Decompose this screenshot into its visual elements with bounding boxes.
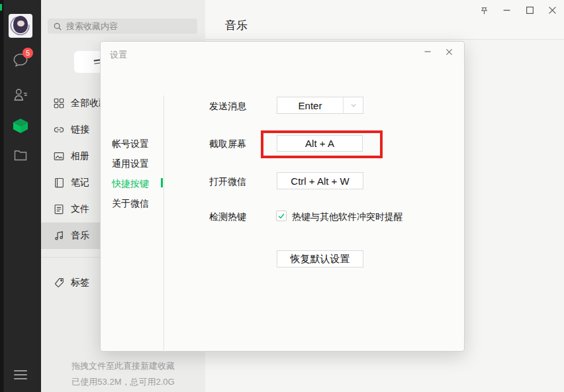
wechat-window: 5 [0,0,564,392]
contacts-icon [11,86,30,103]
send-message-select[interactable]: Enter [277,97,363,114]
settings-dialog: 设置 帐号设置 通用设置 快捷按键 关于微信 发送消息 Enter [100,41,465,352]
minimize-icon [502,6,511,15]
grid-icon [53,97,65,109]
pin-icon [479,5,489,15]
dialog-minimize-button[interactable] [421,46,434,58]
close-icon [548,6,557,15]
pin-window-button[interactable] [477,3,491,17]
hotkey-conflict-checkbox[interactable] [276,211,287,221]
capture-screen-label: 截取屏幕 [209,138,246,150]
select-arrow[interactable] [343,97,363,113]
settings-menu-shortcuts[interactable]: 快捷按键 [101,173,164,193]
storage-info-text: 已使用53.2M，总可用2.0G [41,376,205,388]
music-icon [53,230,65,242]
send-message-label: 发送消息 [209,101,246,113]
sidebar-item-label: 相册 [71,150,89,162]
files-button[interactable] [0,147,41,163]
nav-rail: 5 [0,0,41,392]
chats-button[interactable]: 5 [0,52,41,69]
send-message-value: Enter [277,97,343,113]
detect-hotkey-label: 检测热键 [209,211,246,223]
check-icon [277,212,285,220]
contacts-button[interactable] [0,86,41,103]
settings-menu-general[interactable]: 通用设置 [101,154,164,173]
dialog-close-button[interactable] [442,46,455,58]
link-icon [53,124,65,136]
unread-badge: 5 [23,48,33,58]
sidebar-item-label: 笔记 [71,177,89,189]
close-window-button[interactable] [545,3,559,17]
drop-hint-text: 拖拽文件至此直接新建收藏 [41,360,205,372]
favorites-button[interactable] [0,117,41,135]
settings-menu-about[interactable]: 关于微信 [101,193,164,213]
dialog-title: 设置 [110,49,127,61]
favorites-cube-icon [11,117,30,135]
page-title: 音乐 [225,18,248,33]
close-icon [446,48,453,56]
background-window-sliver [0,4,2,11]
menu-divider [164,95,164,352]
search-placeholder: 搜索收藏内容 [66,21,118,32]
avatar[interactable] [9,14,32,38]
more-menu-button[interactable] [14,368,27,382]
settings-menu-account[interactable]: 帐号设置 [101,134,164,154]
capture-screen-shortcut-button[interactable]: Alt + A [277,135,363,152]
hotkey-conflict-label[interactable]: 热键与其他软件冲突时提醒 [292,211,403,223]
file-icon [53,203,65,215]
search-icon [53,22,62,31]
sidebar-item-label: 文件 [71,203,89,215]
search-input[interactable]: 搜索收藏内容 [48,19,197,34]
sidebar-item-label: 标签 [71,277,89,289]
album-icon [53,150,65,162]
open-wechat-shortcut-button[interactable]: Ctrl + Alt + W [277,172,363,189]
restore-default-button[interactable]: 恢复默认设置 [277,250,363,268]
open-wechat-label: 打开微信 [209,176,246,188]
minimize-icon [424,48,432,56]
minimize-window-button[interactable] [499,3,514,17]
sidebar-item-label: 音乐 [71,230,89,242]
maximize-window-button[interactable] [522,3,537,17]
maximize-icon [526,6,534,15]
tag-icon [53,277,65,289]
folder-icon [12,147,29,163]
notes-icon [53,177,65,189]
sidebar-item-label: 链接 [71,124,89,136]
chevron-down-icon [350,101,357,109]
active-menu-indicator [161,178,163,187]
